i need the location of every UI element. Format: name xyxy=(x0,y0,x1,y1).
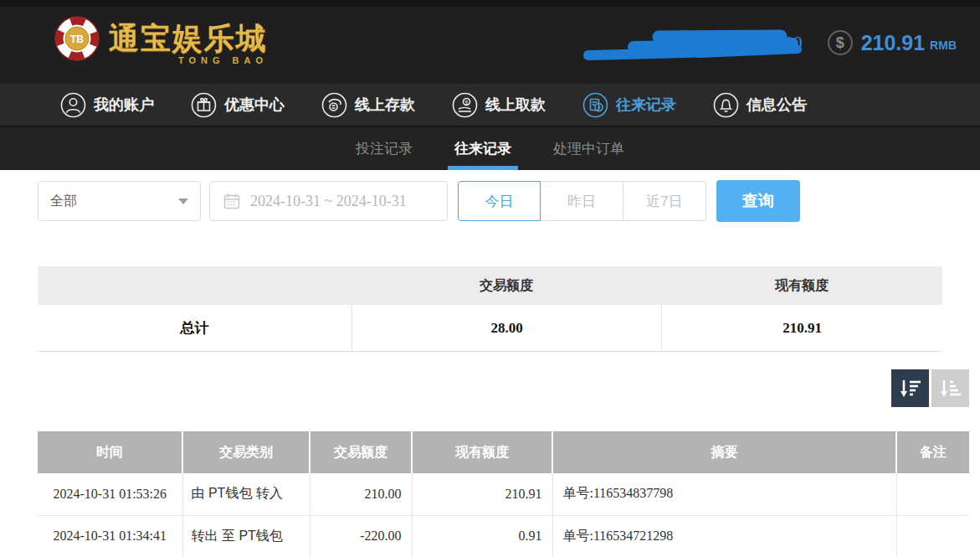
nav-promotions[interactable]: 优惠中心 xyxy=(191,92,285,118)
cell-amount: 210.00 xyxy=(310,473,412,515)
col-header-time: 时间 xyxy=(38,431,182,473)
user-icon xyxy=(60,92,86,118)
table-row: 2024-10-31 01:53:26 由 PT钱包 转入 210.00 210… xyxy=(38,473,969,515)
brand-logo[interactable]: TB 通宝娱乐城 TONG BAO xyxy=(54,15,268,62)
cell-summary: 单号:116534721298 xyxy=(552,515,896,557)
cell-time: 2024-10-31 01:34:41 xyxy=(38,515,182,557)
cell-type: 由 PT钱包 转入 xyxy=(182,473,310,515)
brand-name-en: TONG BAO xyxy=(178,55,268,65)
marker-scribble xyxy=(588,36,798,55)
cell-balance: 0.91 xyxy=(412,515,552,557)
tab-pending-orders[interactable]: 处理中订单 xyxy=(552,127,626,170)
summary-header-balance: 现有额度 xyxy=(661,277,942,295)
dollar-circle-icon: $ xyxy=(828,30,853,55)
cell-type: 转出 至 PT钱包 xyxy=(182,515,310,557)
nav-transaction-records[interactable]: 往来记录 xyxy=(582,92,676,118)
balance-amount: 210.91 xyxy=(861,31,925,55)
summary-total-row: 总计 28.00 210.91 xyxy=(38,305,942,352)
gift-icon xyxy=(191,92,217,118)
deposit-icon xyxy=(321,92,347,118)
account-balance: $ 210.91 RMB xyxy=(828,30,957,55)
svg-text:TB: TB xyxy=(70,34,84,45)
summary-header-amount: 交易额度 xyxy=(351,277,661,295)
col-header-balance: 现有额度 xyxy=(412,431,552,473)
sort-controls xyxy=(38,369,969,407)
withdraw-icon: $ xyxy=(452,92,478,118)
col-header-type: 交易类别 xyxy=(182,431,310,473)
date-range-input[interactable]: 2024-10-31 ~ 2024-10-31 xyxy=(209,181,448,221)
summary-table: 交易额度 现有额度 总计 28.00 210.91 xyxy=(38,266,942,352)
table-row: 2024-10-31 01:34:41 转出 至 PT钱包 -220.00 0.… xyxy=(38,515,969,557)
summary-total-balance: 210.91 xyxy=(661,305,942,351)
nav-withdraw[interactable]: $ 线上取款 xyxy=(452,92,546,118)
nav-deposit[interactable]: 线上存款 xyxy=(321,92,415,118)
tab-transaction-records[interactable]: 往来记录 xyxy=(453,127,513,170)
quick-today-button[interactable]: 今日 xyxy=(458,181,541,221)
filter-bar: 全部 2024-10-31 ~ 2024-10-31 今日 昨日 近7日 查询 xyxy=(38,180,942,222)
sort-descending-icon xyxy=(900,379,921,399)
summary-total-label: 总计 xyxy=(38,305,351,351)
col-header-summary: 摘要 xyxy=(552,431,896,473)
cell-note xyxy=(896,515,969,557)
cell-amount: -220.00 xyxy=(310,515,412,557)
transactions-table: 时间 交易类别 交易额度 现有额度 摘要 备注 2024-10-31 01:53… xyxy=(38,431,969,557)
bell-icon xyxy=(713,92,739,118)
top-header: TB 通宝娱乐城 TONG BAO 500 $ 210.91 RMB xyxy=(0,0,980,84)
cell-time: 2024-10-31 01:53:26 xyxy=(38,473,182,515)
type-select-value: 全部 xyxy=(50,193,77,210)
col-header-amount: 交易额度 xyxy=(310,431,412,473)
table-header-row: 时间 交易类别 交易额度 现有额度 摘要 备注 xyxy=(38,431,969,473)
tab-betting-records[interactable]: 投注记录 xyxy=(354,127,414,170)
type-select[interactable]: 全部 xyxy=(38,181,201,221)
balance-currency: RMB xyxy=(930,34,957,52)
chevron-down-icon xyxy=(178,199,188,204)
date-range-value: 2024-10-31 ~ 2024-10-31 xyxy=(250,193,407,210)
summary-total-amount: 28.00 xyxy=(351,305,661,351)
cell-note xyxy=(896,473,969,515)
sort-descending-button[interactable] xyxy=(891,369,929,407)
username-redacted: 500 xyxy=(582,23,816,64)
records-icon xyxy=(582,92,608,118)
nav-my-account[interactable]: 我的账户 xyxy=(60,92,154,118)
svg-text:$: $ xyxy=(465,99,469,105)
quick-last7days-button[interactable]: 近7日 xyxy=(623,181,706,221)
quick-yesterday-button[interactable]: 昨日 xyxy=(541,181,623,221)
search-button[interactable]: 查询 xyxy=(716,180,800,222)
calendar-icon xyxy=(223,193,240,209)
col-header-note: 备注 xyxy=(896,431,969,473)
sort-ascending-icon xyxy=(940,379,962,399)
poker-chip-icon: TB xyxy=(54,15,100,62)
page-content: 全部 2024-10-31 ~ 2024-10-31 今日 昨日 近7日 查询 … xyxy=(0,180,980,557)
cell-summary: 单号:116534837798 xyxy=(552,473,896,515)
cell-balance: 210.91 xyxy=(412,473,552,515)
records-subnav: 投注记录 往来记录 处理中订单 xyxy=(0,127,980,170)
sort-ascending-button[interactable] xyxy=(931,369,969,407)
main-navbar: 我的账户 优惠中心 线上存款 $ 线上取款 往 xyxy=(0,84,980,127)
brand-name-cn: 通宝娱乐城 xyxy=(109,22,268,55)
quick-date-group: 今日 昨日 近7日 xyxy=(458,181,706,221)
nav-announcements[interactable]: 信息公告 xyxy=(713,92,807,118)
summary-header-row: 交易额度 现有额度 xyxy=(38,266,942,305)
